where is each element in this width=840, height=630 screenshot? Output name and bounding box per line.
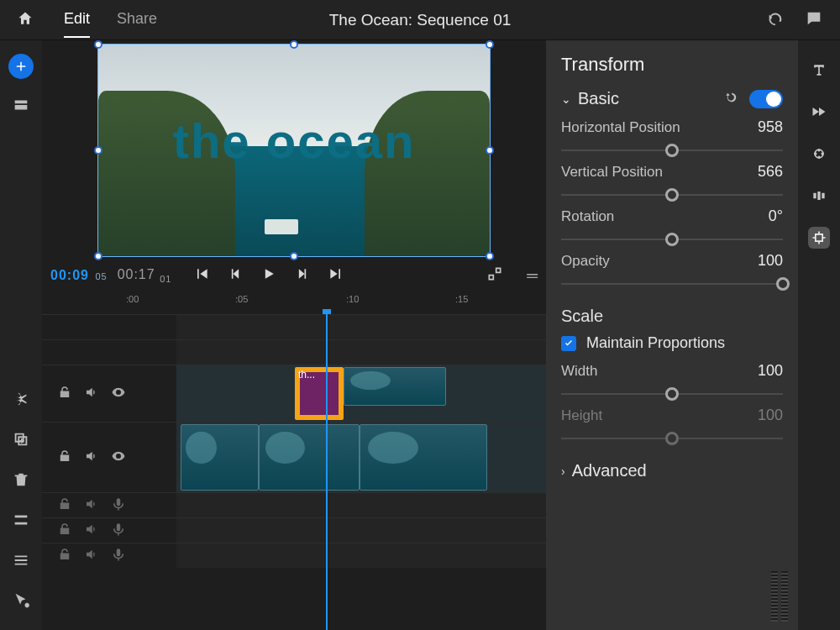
top-bar: Edit Share The Ocean: Sequence 01 [0, 0, 840, 40]
lock-icon[interactable] [57, 522, 72, 540]
tab-share[interactable]: Share [117, 2, 157, 38]
video-clip[interactable] [181, 424, 259, 491]
chevron-down-icon[interactable]: ⌄ [561, 92, 573, 106]
comment-icon[interactable] [805, 9, 823, 31]
play-icon[interactable] [260, 265, 277, 286]
opacity-label: Opacity [561, 253, 610, 270]
video-clip[interactable] [344, 367, 446, 406]
mute-icon[interactable] [84, 496, 99, 515]
title-overlay-text[interactable]: the ocean [98, 113, 490, 169]
color-tool-icon[interactable] [808, 143, 830, 165]
basic-toggle[interactable] [749, 90, 783, 108]
duplicate-icon[interactable] [12, 430, 30, 452]
lock-icon[interactable] [57, 385, 72, 403]
rotation-slider[interactable] [561, 225, 783, 247]
width-label: Width [561, 363, 597, 380]
mic-icon[interactable] [111, 522, 126, 540]
left-rail [0, 40, 42, 630]
section-advanced[interactable]: › Advanced [561, 461, 783, 480]
rotation-value[interactable]: 0° [769, 207, 783, 225]
mute-icon[interactable] [84, 449, 99, 467]
transform-tool-icon[interactable] [808, 227, 830, 249]
duration-timecode: 00:17 01 [118, 267, 172, 284]
height-value: 100 [758, 407, 783, 424]
home-icon[interactable] [17, 10, 34, 30]
chevron-right-icon: › [561, 465, 565, 478]
height-label: Height [561, 407, 602, 424]
undo-icon[interactable] [766, 9, 785, 31]
program-monitor[interactable]: the ocean [97, 44, 491, 257]
step-back-icon[interactable] [227, 265, 244, 286]
tab-edit[interactable]: Edit [64, 2, 90, 38]
trash-icon[interactable] [12, 470, 30, 492]
audio-track-3 [42, 543, 546, 568]
section-scale: Scale [561, 307, 783, 326]
timeline-options-icon[interactable]: ═ [527, 267, 538, 285]
timeline[interactable]: th... [42, 314, 546, 630]
opacity-value[interactable]: 100 [758, 252, 783, 270]
hpos-label: Horizontal Position [561, 119, 680, 136]
opacity-slider[interactable] [561, 270, 783, 291]
reset-icon[interactable] [724, 90, 739, 108]
video-clip[interactable] [360, 424, 487, 491]
transform-panel: Transform ⌄ Basic Horizontal Position958… [546, 40, 798, 630]
hpos-slider[interactable] [561, 136, 783, 158]
mic-icon[interactable] [111, 547, 126, 565]
mute-icon[interactable] [84, 522, 99, 540]
visibility-icon[interactable] [111, 449, 126, 467]
vpos-slider[interactable] [561, 181, 783, 202]
hpos-value[interactable]: 958 [758, 118, 783, 136]
lock-icon[interactable] [57, 496, 72, 515]
lock-icon[interactable] [57, 547, 72, 565]
mic-icon[interactable] [111, 496, 126, 515]
vpos-value[interactable]: 566 [758, 163, 783, 181]
transport-bar: 00:09 05 00:17 01 ═ [42, 257, 546, 294]
svg-point-3 [817, 156, 820, 159]
width-value[interactable]: 100 [758, 362, 783, 380]
go-to-start-icon[interactable] [193, 265, 210, 286]
mute-icon[interactable] [84, 385, 99, 403]
scissors-icon[interactable] [12, 390, 30, 412]
expand-track-icon[interactable] [12, 511, 30, 533]
right-rail [798, 40, 840, 630]
pointer-config-icon[interactable] [12, 591, 30, 613]
project-panel-icon[interactable] [12, 96, 30, 118]
center-area: the ocean 00:09 05 00:17 01 ═ :00 :05 :1… [42, 40, 546, 630]
audio-track-2 [42, 517, 546, 543]
svg-point-1 [817, 149, 820, 151]
mode-tabs: Edit Share [64, 2, 157, 38]
fullscreen-icon[interactable] [486, 265, 503, 286]
playhead[interactable] [326, 314, 328, 630]
maintain-proportions-checkbox[interactable] [561, 336, 576, 351]
visibility-icon[interactable] [111, 385, 126, 403]
video-track-1 [42, 422, 546, 492]
time-ruler[interactable]: :00 :05 :10 :15 [42, 294, 546, 314]
title-clip[interactable]: th... [295, 367, 344, 420]
current-timecode[interactable]: 00:09 05 [50, 268, 108, 283]
width-slider[interactable] [561, 380, 783, 402]
go-to-end-icon[interactable] [328, 265, 344, 286]
add-button[interactable] [8, 54, 34, 79]
audio-track-1 [42, 492, 546, 517]
rotation-label: Rotation [561, 208, 614, 225]
svg-point-2 [822, 152, 824, 155]
speed-tool-icon[interactable] [808, 101, 830, 123]
svg-point-4 [814, 152, 816, 155]
video-clip[interactable] [259, 424, 360, 491]
lock-icon[interactable] [57, 449, 72, 467]
audio-meter [771, 571, 788, 622]
height-slider [561, 424, 783, 446]
title-tool-icon[interactable] [808, 59, 830, 81]
section-basic[interactable]: Basic [578, 89, 619, 108]
audio-tool-icon[interactable] [808, 185, 830, 207]
panel-title: Transform [561, 54, 783, 76]
maintain-proportions-label: Maintain Proportions [586, 334, 725, 352]
list-icon[interactable] [12, 551, 30, 573]
vpos-label: Vertical Position [561, 164, 663, 181]
video-track-2: th... [42, 365, 546, 422]
mute-icon[interactable] [84, 547, 99, 565]
step-forward-icon[interactable] [294, 265, 311, 286]
